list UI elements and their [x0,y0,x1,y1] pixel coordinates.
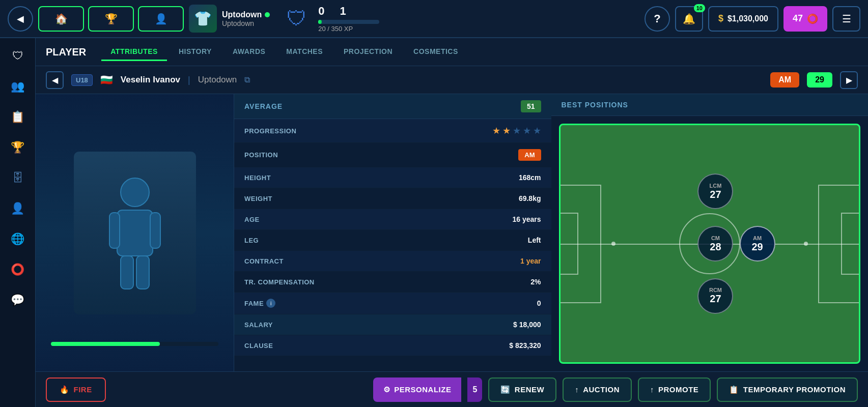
age-label: AGE [244,216,260,223]
leg-value: Left [528,236,541,244]
renew-button[interactable]: 🔄 RENEW [488,377,556,402]
clause-value: $ 823,320 [509,341,541,350]
sidebar-item-shield[interactable]: 🛡 [8,46,28,66]
svg-rect-5 [136,256,149,289]
content-area: PLAYER ATTRIBUTES HISTORY AWARDS MATCHES… [36,38,868,407]
leg-label: LEG [244,237,259,244]
sidebar-item-circle[interactable]: ⭕ [8,259,28,280]
stat-row-salary: SALARY $ 18,000 [234,314,551,335]
rcm-label: RCM [709,287,722,293]
am-label: AM [753,235,762,241]
nav-trophy-button[interactable]: 🏆 [88,6,134,32]
home-icon: 🏠 [55,13,68,25]
sidebar-item-chat[interactable]: 💬 [8,290,28,310]
contract-value: 1 year [520,257,541,265]
promote-button[interactable]: ↑ PROMOTE [638,377,711,402]
sidebar-item-trophy[interactable]: 🏆 [8,137,28,158]
help-button[interactable]: ? [645,6,670,32]
salary-label: SALARY [244,321,273,329]
menu-button[interactable]: ☰ [832,6,860,32]
promote-icon: ↑ [650,385,654,394]
tab-matches[interactable]: MATCHES [277,43,332,61]
best-positions-label: BEST POSITIONS [562,101,628,109]
money-value: $1,030,000 [727,14,768,23]
player-silhouette [74,152,196,314]
fire-icon: 🔥 [60,385,70,394]
tab-awards[interactable]: AWARDS [223,43,274,61]
weight-label: WEIGHT [244,195,272,202]
position-am: AM 29 [740,226,775,261]
notification-icon: 🔔 [683,13,695,25]
tab-attributes[interactable]: ATTRIBUTES [101,43,167,61]
tab-projection[interactable]: PROJECTION [334,43,402,61]
stat-row-clause: CLAUSE $ 823,320 [234,335,551,356]
clause-label: CLAUSE [244,342,273,350]
shield-icon: 🛡 [283,4,311,34]
temp-promo-label: TEMPORARY PROMOTION [743,385,846,394]
personalize-button[interactable]: ⚙ PERSONALIZE [373,377,462,402]
stat-row-tr-comp: TR. COMPENSATION 2% [234,272,551,293]
stat-row-leg: LEG Left [234,230,551,251]
fame-info: FAME i [244,299,275,308]
position-rcm: RCM 27 [697,278,733,314]
notifications-button[interactable]: 🔔 10 [675,6,703,32]
svg-rect-4 [121,256,133,289]
height-value: 168cm [519,173,541,182]
best-positions-header: BEST POSITIONS [551,94,869,116]
online-status-dot [265,12,270,17]
prev-player-button[interactable]: ◀ [46,71,64,89]
copy-icon[interactable]: ⧉ [244,75,250,84]
fame-label: FAME [244,300,264,307]
progression-stars: ★ ★ ★ ★ ★ [492,125,541,136]
help-icon: ? [654,12,660,25]
tab-history[interactable]: HISTORY [170,43,221,61]
nav-buttons: 🏠 🏆 👤 [38,6,184,32]
player-full-name: Veselin Ivanov [121,75,180,85]
svg-point-0 [121,178,149,207]
trophy-icon: 🏆 [105,13,118,25]
sidebar-item-users[interactable]: 👥 [8,76,28,97]
tab-cosmetics[interactable]: COSMETICS [404,43,467,61]
tr-comp-value: 2% [530,278,541,286]
score-button[interactable]: 47 ⭕ [783,6,827,32]
svg-rect-3 [150,213,160,248]
age-value: 16 years [512,215,541,223]
temp-promo-icon: 📋 [729,385,739,394]
progress-fill [51,342,160,346]
player-name-top: Uptodown [222,10,270,19]
age-category-badge: U18 [71,74,93,86]
fame-info-icon[interactable]: i [266,299,275,308]
sidebar-item-database[interactable]: 🗄 [8,168,28,188]
promote-label: PROMOTE [658,385,698,394]
player-shirt-icon: 👕 [189,5,217,33]
nav-person-button[interactable]: 👤 [138,6,184,32]
nav-home-button[interactable]: 🏠 [38,6,84,32]
personalize-label: PERSONALIZE [394,385,451,394]
temporary-promotion-button[interactable]: 📋 TEMPORARY PROMOTION [717,377,858,402]
height-label: HEIGHT [244,174,271,182]
cm-label: CM [711,235,720,241]
stat-row-fame: FAME i 0 [234,293,551,314]
sidebar-item-person[interactable]: 👤 [8,198,28,219]
auction-button[interactable]: ↑ AUCTION [563,377,632,402]
money-button[interactable]: $ $1,030,000 [708,6,778,32]
svg-rect-2 [109,213,120,248]
next-player-button[interactable]: ▶ [840,71,858,89]
prev-icon: ◀ [52,75,58,85]
sidebar-item-clipboard[interactable]: 📋 [8,107,28,127]
renew-label: RENEW [515,385,544,394]
field-right-penalty-spot [804,242,808,246]
tab-bar: PLAYER ATTRIBUTES HISTORY AWARDS MATCHES… [36,38,868,66]
xp-area: 0 1 20 / 350 XP [318,5,379,33]
sidebar-item-globe[interactable]: 🌐 [8,229,28,249]
progress-bar [51,342,218,346]
back-button[interactable]: ◀ [8,6,33,32]
player-card-area [36,94,234,371]
stat-row-position: POSITION AM [234,143,551,167]
stats-panel: AVERAGE 51 PROGRESSION ★ ★ ★ ★ ★ [234,94,551,371]
bottom-action-bar: 🔥 FIRE ⚙ PERSONALIZE 5 🔄 RENEW ↑ AUCTION… [36,371,868,407]
fire-button[interactable]: 🔥 FIRE [46,377,106,402]
svg-rect-1 [117,210,153,256]
fame-value: 0 [537,299,541,307]
star-4: ★ [523,125,531,136]
